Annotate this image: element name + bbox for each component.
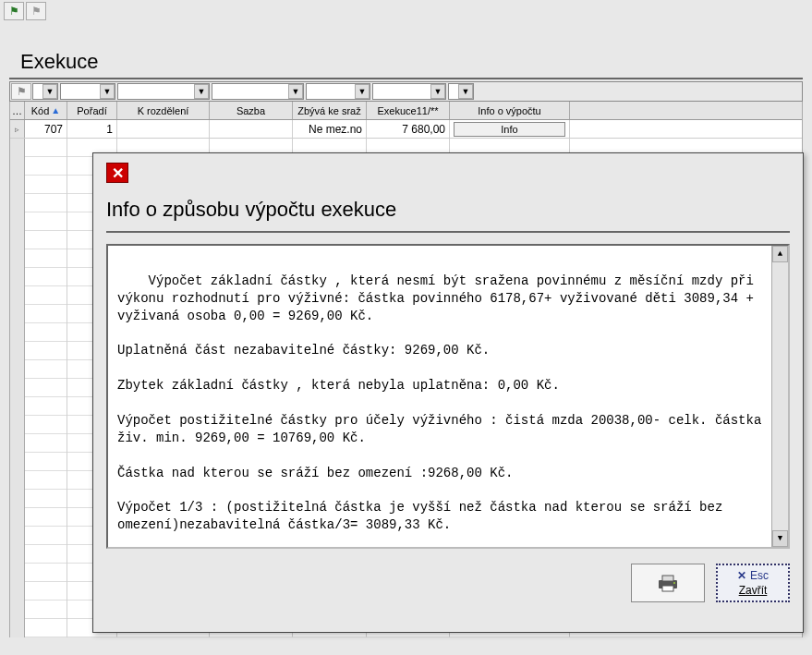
table-row[interactable]: ▹ 707 1 Ne mez.no 7 680,00 Info xyxy=(10,120,802,139)
cell-zbyva: Ne mez.no xyxy=(293,120,367,138)
close-x-icon: ✕ xyxy=(737,569,746,582)
col-label: Kód xyxy=(31,105,50,116)
cell-krozdeleni xyxy=(117,120,210,138)
close-icon: ✕ xyxy=(112,164,124,182)
chevron-down-icon: ▼ xyxy=(194,84,209,99)
col-header-poradi[interactable]: Pořadí xyxy=(67,102,117,119)
filter-dropdown-2[interactable]: ▼ xyxy=(60,83,115,100)
col-header-krozdeleni[interactable]: K rozdělení xyxy=(117,102,210,119)
col-header-zbyva[interactable]: Zbývá ke sraž xyxy=(293,102,367,119)
filter-dropdown-7[interactable]: ▼ xyxy=(448,83,474,100)
close-label: Zavřít xyxy=(739,584,768,597)
chevron-down-icon: ▼ xyxy=(100,84,115,99)
cell-poradi: 1 xyxy=(67,120,117,138)
sort-asc-icon: ▲ xyxy=(51,105,60,115)
flag-grey-button[interactable]: ⚑ xyxy=(26,2,46,20)
close-key-label: Esc xyxy=(750,569,769,582)
filter-dropdown-1[interactable]: ▼ xyxy=(32,83,58,100)
row-marker-icon: ▹ xyxy=(10,120,25,138)
chevron-down-icon: ▼ xyxy=(458,84,473,99)
cell-info: Info xyxy=(450,120,570,138)
col-header-info[interactable]: Info o výpočtu xyxy=(450,102,570,119)
info-dialog: ✕ Info o způsobu výpočtu exekuce Výpočet… xyxy=(92,152,804,633)
chevron-down-icon: ▼ xyxy=(42,84,57,99)
flag-icon: ⚑ xyxy=(31,5,42,18)
filter-flag-button[interactable]: ⚑ xyxy=(11,83,31,100)
close-esc-button[interactable]: ✕ Esc Zavřít xyxy=(716,564,790,602)
filter-dropdown-6[interactable]: ▼ xyxy=(372,83,446,100)
printer-icon xyxy=(655,573,681,593)
scroll-up-icon[interactable]: ▲ xyxy=(772,246,788,262)
flag-icon: ⚑ xyxy=(17,85,27,98)
flag-icon: ⚑ xyxy=(9,5,19,18)
dialog-buttons: ✕ Esc Zavřít xyxy=(106,564,790,602)
chevron-down-icon: ▼ xyxy=(288,84,303,99)
flag-green-button[interactable]: ⚑ xyxy=(4,2,24,20)
col-header-sazba[interactable]: Sazba xyxy=(210,102,293,119)
close-button[interactable]: ✕ xyxy=(106,163,128,183)
chevron-down-icon: ▼ xyxy=(430,84,445,99)
calculation-body: Výpočet základní částky , která nesmí bý… xyxy=(117,273,770,549)
print-button[interactable] xyxy=(631,564,705,602)
info-button[interactable]: Info xyxy=(454,122,565,137)
filter-dropdown-4[interactable]: ▼ xyxy=(212,83,304,100)
grid-corner: … xyxy=(10,102,25,119)
scroll-down-icon[interactable]: ▼ xyxy=(772,530,788,547)
filter-dropdown-5[interactable]: ▼ xyxy=(306,83,370,100)
chevron-down-icon: ▼ xyxy=(355,84,370,99)
svg-rect-2 xyxy=(662,586,673,591)
svg-point-3 xyxy=(673,582,675,584)
filter-bar: ⚑ ▼ ▼ ▼ ▼ ▼ ▼ ▼ xyxy=(9,81,803,102)
cell-sazba xyxy=(210,120,293,138)
filter-dropdown-3[interactable]: ▼ xyxy=(117,83,210,100)
page-title: Exekuce xyxy=(9,22,803,79)
cell-exekuce: 7 680,00 xyxy=(367,120,450,138)
calculation-text[interactable]: Výpočet základní částky , která nesmí bý… xyxy=(106,244,790,549)
grid-header: … Kód ▲ Pořadí K rozdělení Sazba Zbývá k… xyxy=(10,102,802,120)
cell-kod: 707 xyxy=(25,120,67,138)
top-toolbar: ⚑ ⚑ xyxy=(0,0,812,22)
svg-rect-1 xyxy=(662,576,673,581)
vertical-scrollbar[interactable]: ▲ ▼ xyxy=(771,246,788,547)
col-header-exekuce[interactable]: Exekuce11/** xyxy=(367,102,450,119)
dialog-title: Info o způsobu výpočtu exekuce xyxy=(106,198,790,233)
col-header-kod[interactable]: Kód ▲ xyxy=(25,102,67,119)
